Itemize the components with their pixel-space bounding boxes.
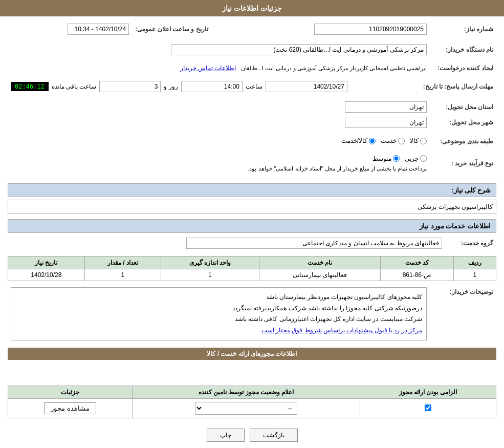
service-group-value: فعالیتهای مربوط به سلامت انسان و مددکاری…: [186, 238, 442, 249]
buyer-desc-line4: مرکز در رد یا قبول پیشنهادات براساس شروط…: [15, 325, 422, 336]
service-group-table: گروه خدمت: فعالیتهای مربوط به سلامت انسا…: [8, 236, 496, 251]
province-value: تهران: [345, 101, 427, 113]
buyer-description-table: توضیحات خریدار: کلیه مجوزهای کالیبراسیون…: [8, 285, 496, 343]
cell-row: 1: [453, 269, 496, 281]
buyer-description-box: کلیه مجوزهای کالیبراسیون تجهیزات موردنظر…: [11, 287, 427, 340]
cell-code: ص-86-861: [381, 269, 453, 281]
category-kala-label: کالا: [410, 137, 419, 144]
permits-required-cell: [360, 399, 496, 418]
bottom-buttons: بازگشت چاپ: [8, 429, 496, 442]
cell-date: 1402/10/28: [8, 269, 85, 281]
cell-unit: 1: [161, 269, 259, 281]
need-number-value: 1102092019000025: [314, 24, 427, 35]
category-khadamat-radio[interactable]: [398, 138, 405, 144]
col-unit: واحد اندازه گیری: [161, 257, 259, 269]
deadline-table: مهلت ارسال پاسخ: تا تاریخ: 1402/10/27 سا…: [8, 79, 496, 94]
permits-section-title: اطلاعات مجوزهای ارائه خدمت / کالا: [8, 348, 496, 360]
page-header: جزئیات اطلاعات نیاز: [0, 0, 504, 16]
category-kala-item: کالا: [410, 137, 427, 144]
deadline-time: 14:00: [181, 81, 243, 92]
description-section-table: شرح کلی نیاز: کالیبراسیون تجهیزات پزشکی: [8, 179, 496, 214]
cell-quantity: 1: [84, 269, 161, 281]
page-container: جزئیات اطلاعات نیاز شماره نیاز: 11020920…: [0, 0, 504, 448]
permits-required-checkbox[interactable]: [425, 404, 431, 411]
category-table: طبقه بندی موضوعی: کالا خدمت: [8, 135, 496, 148]
category-kala-radio[interactable]: [420, 138, 427, 144]
purchase-motavasset-radio[interactable]: [393, 155, 400, 162]
city-value: تهران: [345, 117, 427, 128]
category-kala-khadamat-item: کالا/خدمت: [341, 137, 376, 144]
deadline-label: مهلت ارسال پاسخ: تا تاریخ:: [420, 79, 496, 94]
deadline-time-label: ساعت: [246, 83, 262, 90]
creator-value: ابراهیمی ناظمی لفمجانی کاربرداز مرکز پزش…: [241, 65, 427, 71]
purchase-jozii-item: جزیی: [405, 155, 427, 162]
category-khadamat-label: خدمت: [381, 137, 397, 144]
purchase-radio-group: جزیی متوسط: [372, 155, 427, 162]
permits-col-details: جزئیات: [8, 386, 133, 399]
permits-col-required: الزامی بودن ارائه مجوز: [360, 386, 496, 399]
main-content: شماره نیاز: 1102092019000025 تاریخ و ساع…: [0, 16, 504, 448]
purchase-type-label: نوع فرآیند خرید :: [430, 153, 496, 175]
deadline-date: 1402/10/27: [266, 81, 347, 92]
col-code: کد خدمت: [381, 257, 453, 269]
deadline-days-label: روز و: [164, 83, 178, 90]
description-label: شرح کلی نیاز:: [451, 186, 491, 194]
services-table: ردیف کد خدمت نام خدمت واحد اندازه گیری ت…: [8, 256, 496, 281]
back-button[interactable]: بازگشت: [250, 429, 298, 442]
description-section-header: شرح کلی نیاز:: [8, 183, 496, 197]
purchase-jozii-radio[interactable]: [420, 155, 427, 162]
top-info-table: شماره نیاز: 1102092019000025 تاریخ و ساع…: [8, 22, 496, 37]
announce-date-label: تاریخ و ساعت اعلان عمومی:: [132, 22, 211, 37]
permits-status-cell: --: [133, 399, 360, 418]
description-value: کالیبراسیون تجهیزات پزشکی: [418, 203, 493, 210]
permits-row: -- مشاهده مجوز: [8, 399, 496, 418]
deadline-remaining-label: ساعت باقی مانده: [52, 83, 97, 90]
buyer-description-label: توضیحات خریدار:: [430, 285, 496, 343]
print-button[interactable]: چاپ: [207, 429, 245, 442]
purchase-motavasset-label: متوسط: [372, 155, 391, 162]
deadline-remaining-timer: 02:46:12: [11, 82, 49, 91]
services-section-header: اطلاعات خدمات مورد نیاز: [8, 219, 496, 233]
col-quantity: تعداد / مقدار: [84, 257, 161, 269]
permits-details-cell: مشاهده مجوز: [8, 399, 133, 418]
purchase-type-table: نوع فرآیند خرید : جزیی متوسط پرداخت تمام…: [8, 153, 496, 175]
service-group-label: گروه خدمت:: [445, 236, 496, 251]
col-name: نام خدمت: [259, 257, 380, 269]
category-radio-group: کالا خدمت کالا/خدمت: [341, 137, 427, 144]
purchase-motavasset-item: متوسط: [372, 155, 400, 162]
page-title: جزئیات اطلاعات نیاز: [222, 4, 282, 12]
buyer-desc-line2: درصورتیکه شرکتی کلیه مجوزا را نداشته باش…: [15, 303, 422, 314]
buyer-org-value: مرکز پزشکی آموزشی و درمانی ایت ا...طالقا…: [171, 44, 427, 55]
description-box: کالیبراسیون تجهیزات پزشکی: [8, 200, 496, 214]
permits-table: الزامی بودن ارائه مجوز اعلام وضعیت مجوز …: [8, 386, 496, 418]
announce-date-value: 1402/10/24 - 10:34: [68, 24, 129, 35]
buyer-desc-line3: شرکت میبایست در سایت اداره کل تجهیزات اع…: [15, 314, 422, 325]
province-label: استان محل تحویل:: [430, 99, 496, 115]
empty-row: [8, 362, 496, 383]
category-kala-khadamat-label: کالا/خدمت: [341, 137, 367, 144]
buyer-org-label: نام دستگاه خریدار:: [430, 42, 496, 57]
buyer-org-table: نام دستگاه خریدار: مرکز پزشکی آموزشی و د…: [8, 42, 496, 57]
province-table: استان محل تحویل: تهران شهر محل تحویل: ته…: [8, 99, 496, 130]
cell-name: فعالیتهای بیمارستانی: [259, 269, 380, 281]
permits-status-select[interactable]: --: [195, 402, 297, 415]
col-date: تاریخ نیاز: [8, 257, 85, 269]
category-khadamat-item: خدمت: [381, 137, 405, 144]
category-label: طبقه بندی موضوعی:: [430, 135, 496, 148]
need-number-label: شماره نیاز:: [430, 22, 496, 37]
creator-label: ایجاد کننده درخواست:: [430, 62, 496, 74]
permits-col-status: اعلام وضعیت مجوز توسط نامین کننده: [133, 386, 360, 399]
table-row: 1 ص-86-861 فعالیتهای بیمارستانی 1 1 1402…: [8, 269, 496, 281]
buyer-desc-line1: کلیه مجوزهای کالیبراسیون تجهیزات موردنظر…: [15, 292, 422, 303]
creator-link[interactable]: اطلاعات تماس خریدار: [180, 65, 236, 72]
view-permit-button[interactable]: مشاهده مجوز: [44, 402, 96, 414]
col-row: ردیف: [453, 257, 496, 269]
category-kala-khadamat-radio[interactable]: [369, 138, 376, 144]
creator-table: ایجاد کننده درخواست: ابراهیمی ناظمی لفمج…: [8, 62, 496, 74]
purchase-note: پرداخت تمام یا بخشی از مبلغ خریدار از مح…: [11, 165, 427, 172]
city-label: شهر محل تحویل:: [430, 115, 496, 130]
purchase-jozii-label: جزیی: [405, 155, 419, 162]
deadline-days: 3: [99, 81, 161, 92]
